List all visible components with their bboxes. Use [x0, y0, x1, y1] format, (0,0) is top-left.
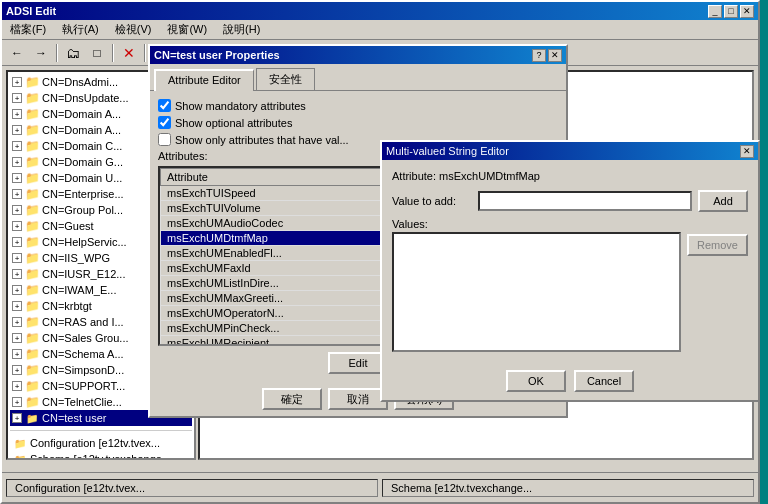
folder-icon: 📁: [24, 395, 40, 409]
tab-bar: Attribute Editor 安全性: [150, 64, 566, 91]
folder-icon: 📁: [24, 155, 40, 169]
properties-title-bar: CN=test user Properties ? ✕: [150, 46, 566, 64]
expand-icon[interactable]: +: [12, 189, 22, 199]
folder-icon: 📁: [24, 331, 40, 345]
checkbox-optional: Show optional attributes: [158, 116, 558, 129]
checkbox-mandatory: Show mandatory attributes: [158, 99, 558, 112]
maximize-button[interactable]: □: [724, 5, 738, 18]
folder-icon: 📁: [24, 379, 40, 393]
checkbox-optional-label: Show optional attributes: [175, 117, 292, 129]
properties-close-button[interactable]: ✕: [548, 49, 562, 62]
back-button[interactable]: ←: [6, 43, 28, 63]
checkbox-optional-input[interactable]: [158, 116, 171, 129]
folder-icon: 📁: [24, 347, 40, 361]
main-title-bar: ADSI Edit _ □ ✕: [2, 2, 758, 20]
folder-icon: 📁: [24, 251, 40, 265]
folder-icon: 📁: [24, 171, 40, 185]
edit-button[interactable]: Edit: [328, 352, 388, 374]
main-title: ADSI Edit: [6, 5, 56, 17]
folder-icon: 📁: [24, 267, 40, 281]
folder-icon: 📁: [24, 123, 40, 137]
expand-icon[interactable]: +: [12, 397, 22, 407]
folder-icon: 📁: [12, 452, 28, 460]
toolbar-sep3: [144, 44, 146, 62]
toolbar-sep1: [56, 44, 58, 62]
expand-icon[interactable]: +: [12, 301, 22, 311]
mv-close-button[interactable]: ✕: [740, 145, 754, 158]
close-button[interactable]: ✕: [740, 5, 754, 18]
tab-attribute-editor[interactable]: Attribute Editor: [154, 69, 254, 91]
menu-window[interactable]: 視窗(W): [159, 20, 215, 39]
help-button[interactable]: ?: [532, 49, 546, 62]
expand-icon[interactable]: +: [12, 333, 22, 343]
menu-action[interactable]: 執行(A): [54, 20, 107, 39]
mv-remove-button[interactable]: Remove: [687, 234, 748, 256]
mv-values-section: Values: Remove: [392, 218, 748, 352]
mv-editor-dialog: Multi-valued String Editor ✕ Attribute: …: [380, 140, 760, 402]
confirm-button[interactable]: 確定: [262, 388, 322, 410]
folder-icon: 📁: [24, 219, 40, 233]
folder-icon: 📁: [24, 75, 40, 89]
mv-values-textarea[interactable]: [392, 232, 681, 352]
expand-icon[interactable]: +: [12, 365, 22, 375]
mv-cancel-button[interactable]: Cancel: [574, 370, 634, 392]
folder-icon: 📁: [24, 107, 40, 121]
expand-icon[interactable]: +: [12, 381, 22, 391]
delete-button[interactable]: ✕: [118, 43, 140, 63]
menu-view[interactable]: 檢視(V): [107, 20, 160, 39]
tree-item-schema-root[interactable]: 📁 Schema [e12tv.tvexchange...: [10, 451, 192, 460]
expand-icon[interactable]: +: [12, 157, 22, 167]
tab-security[interactable]: 安全性: [256, 68, 315, 90]
status-config: Configuration [e12tv.tvex...: [6, 479, 378, 497]
mv-attribute-label: Attribute: msExchUMDtmfMap: [392, 170, 748, 182]
folder-icon: 📁: [24, 203, 40, 217]
toolbar-sep2: [112, 44, 114, 62]
mv-value-row: Value to add: Add: [392, 190, 748, 212]
checkbox-mandatory-input[interactable]: [158, 99, 171, 112]
forward-button[interactable]: →: [30, 43, 52, 63]
expand-icon[interactable]: +: [12, 205, 22, 215]
folder-icon: 📁: [24, 411, 40, 425]
mv-value-input[interactable]: [478, 191, 692, 211]
expand-icon[interactable]: +: [12, 237, 22, 247]
expand-icon[interactable]: +: [12, 125, 22, 135]
expand-icon[interactable]: +: [12, 349, 22, 359]
expand-icon[interactable]: +: [12, 77, 22, 87]
expand-icon[interactable]: +: [12, 269, 22, 279]
expand-icon[interactable]: +: [12, 109, 22, 119]
mv-content: Attribute: msExchUMDtmfMap Value to add:…: [382, 160, 758, 362]
status-schema: Schema [e12tv.tvexchange...: [382, 479, 754, 497]
folder-icon: 📁: [24, 187, 40, 201]
checkbox-mandatory-label: Show mandatory attributes: [175, 100, 306, 112]
expand-icon[interactable]: +: [12, 173, 22, 183]
expand-icon[interactable]: +: [12, 93, 22, 103]
expand-icon[interactable]: +: [12, 141, 22, 151]
expand-icon[interactable]: +: [12, 413, 22, 423]
expand-icon[interactable]: +: [12, 317, 22, 327]
expand-icon[interactable]: +: [12, 253, 22, 263]
folder-icon: 📁: [24, 139, 40, 153]
properties-dialog-buttons: ? ✕: [532, 49, 562, 62]
tree-item-config[interactable]: 📁 Configuration [e12tv.tvex...: [10, 435, 192, 451]
main-title-buttons: _ □ ✕: [708, 5, 754, 18]
menu-help[interactable]: 說明(H): [215, 20, 268, 39]
checkbox-hasvalue-label: Show only attributes that have val...: [175, 134, 349, 146]
properties-title: CN=test user Properties: [154, 49, 280, 61]
minimize-button[interactable]: _: [708, 5, 722, 18]
menu-file[interactable]: 檔案(F): [2, 20, 54, 39]
folder-icon: 📁: [24, 315, 40, 329]
folder-button[interactable]: 🗂: [62, 43, 84, 63]
mv-value-label: Value to add:: [392, 195, 472, 207]
expand-icon[interactable]: +: [12, 221, 22, 231]
mv-footer: OK Cancel: [382, 362, 758, 400]
square-button[interactable]: □: [86, 43, 108, 63]
folder-icon: 📁: [24, 363, 40, 377]
mv-ok-button[interactable]: OK: [506, 370, 566, 392]
expand-icon[interactable]: +: [12, 285, 22, 295]
cancel-button[interactable]: 取消: [328, 388, 388, 410]
mv-add-button[interactable]: Add: [698, 190, 748, 212]
folder-icon: 📁: [12, 436, 28, 450]
mv-attribute-name: msExchUMDtmfMap: [439, 170, 540, 182]
menu-bar: 檔案(F) 執行(A) 檢視(V) 視窗(W) 說明(H): [2, 20, 758, 40]
checkbox-hasvalue-input[interactable]: [158, 133, 171, 146]
